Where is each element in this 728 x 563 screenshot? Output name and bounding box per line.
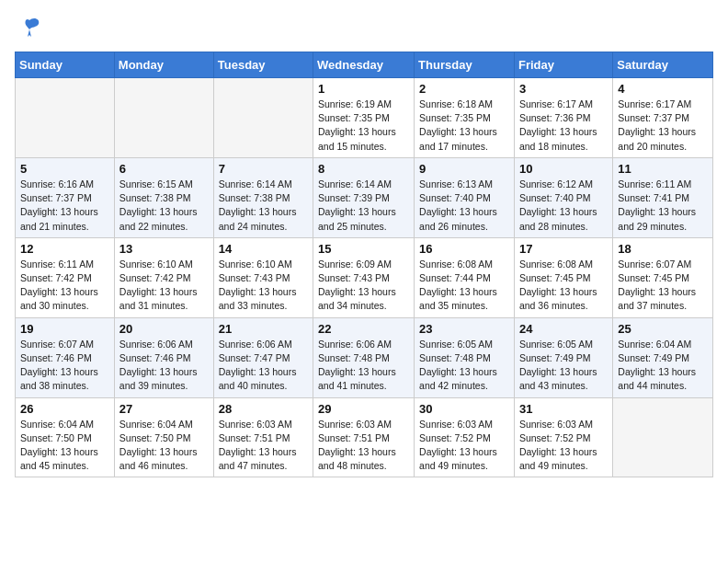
logo (15, 15, 42, 40)
day-number: 18 (618, 242, 708, 256)
day-info: Sunrise: 6:03 AM Sunset: 7:52 PM Dayligh… (519, 418, 608, 474)
calendar-cell: 18Sunrise: 6:07 AM Sunset: 7:45 PM Dayli… (613, 237, 713, 317)
day-number: 3 (519, 82, 608, 96)
calendar-cell: 9Sunrise: 6:13 AM Sunset: 7:40 PM Daylig… (415, 157, 515, 237)
day-number: 8 (318, 162, 409, 176)
day-info: Sunrise: 6:08 AM Sunset: 7:45 PM Dayligh… (519, 258, 608, 314)
calendar-cell: 24Sunrise: 6:05 AM Sunset: 7:49 PM Dayli… (514, 317, 612, 397)
day-info: Sunrise: 6:12 AM Sunset: 7:40 PM Dayligh… (519, 178, 608, 234)
calendar-cell: 22Sunrise: 6:06 AM Sunset: 7:48 PM Dayli… (313, 317, 415, 397)
calendar-cell: 14Sunrise: 6:10 AM Sunset: 7:43 PM Dayli… (213, 237, 313, 317)
calendar-header-row: SundayMondayTuesdayWednesdayThursdayFrid… (16, 52, 713, 78)
calendar-cell: 25Sunrise: 6:04 AM Sunset: 7:49 PM Dayli… (613, 317, 713, 397)
day-number: 27 (119, 402, 209, 416)
day-number: 16 (419, 242, 509, 256)
day-info: Sunrise: 6:10 AM Sunset: 7:42 PM Dayligh… (119, 258, 209, 314)
day-info: Sunrise: 6:14 AM Sunset: 7:38 PM Dayligh… (219, 178, 308, 234)
weekday-header: Friday (514, 52, 612, 78)
calendar-cell: 2Sunrise: 6:18 AM Sunset: 7:35 PM Daylig… (415, 78, 515, 158)
calendar-cell: 20Sunrise: 6:06 AM Sunset: 7:46 PM Dayli… (114, 317, 213, 397)
day-info: Sunrise: 6:19 AM Sunset: 7:35 PM Dayligh… (318, 98, 409, 154)
calendar-cell (114, 78, 213, 158)
day-info: Sunrise: 6:05 AM Sunset: 7:48 PM Dayligh… (419, 338, 509, 394)
calendar-cell: 5Sunrise: 6:16 AM Sunset: 7:37 PM Daylig… (16, 157, 115, 237)
day-info: Sunrise: 6:06 AM Sunset: 7:48 PM Dayligh… (318, 338, 409, 394)
calendar-week-row: 5Sunrise: 6:16 AM Sunset: 7:37 PM Daylig… (16, 157, 713, 237)
calendar-cell: 10Sunrise: 6:12 AM Sunset: 7:40 PM Dayli… (514, 157, 612, 237)
calendar-cell: 23Sunrise: 6:05 AM Sunset: 7:48 PM Dayli… (415, 317, 515, 397)
calendar-cell: 28Sunrise: 6:03 AM Sunset: 7:51 PM Dayli… (213, 397, 313, 477)
day-number: 26 (20, 402, 109, 416)
calendar-cell (213, 78, 313, 158)
calendar-cell: 7Sunrise: 6:14 AM Sunset: 7:38 PM Daylig… (213, 157, 313, 237)
day-number: 29 (318, 402, 409, 416)
day-number: 13 (119, 242, 209, 256)
day-info: Sunrise: 6:08 AM Sunset: 7:44 PM Dayligh… (419, 258, 509, 314)
day-info: Sunrise: 6:07 AM Sunset: 7:45 PM Dayligh… (618, 258, 708, 314)
day-info: Sunrise: 6:10 AM Sunset: 7:43 PM Dayligh… (219, 258, 308, 314)
weekday-header: Monday (114, 52, 213, 78)
calendar-cell: 1Sunrise: 6:19 AM Sunset: 7:35 PM Daylig… (313, 78, 415, 158)
calendar-cell: 12Sunrise: 6:11 AM Sunset: 7:42 PM Dayli… (16, 237, 115, 317)
day-number: 2 (419, 82, 509, 96)
day-number: 21 (219, 322, 308, 336)
day-number: 28 (219, 402, 308, 416)
day-info: Sunrise: 6:11 AM Sunset: 7:41 PM Dayligh… (618, 178, 708, 234)
calendar-cell: 21Sunrise: 6:06 AM Sunset: 7:47 PM Dayli… (213, 317, 313, 397)
day-number: 9 (419, 162, 509, 176)
day-number: 1 (318, 82, 409, 96)
day-number: 11 (618, 162, 708, 176)
day-number: 25 (618, 322, 708, 336)
calendar-cell: 30Sunrise: 6:03 AM Sunset: 7:52 PM Dayli… (415, 397, 515, 477)
day-number: 10 (519, 162, 608, 176)
weekday-header: Tuesday (213, 52, 313, 78)
day-number: 23 (419, 322, 509, 336)
calendar-week-row: 1Sunrise: 6:19 AM Sunset: 7:35 PM Daylig… (16, 78, 713, 158)
day-number: 24 (519, 322, 608, 336)
calendar-week-row: 12Sunrise: 6:11 AM Sunset: 7:42 PM Dayli… (16, 237, 713, 317)
calendar-cell: 8Sunrise: 6:14 AM Sunset: 7:39 PM Daylig… (313, 157, 415, 237)
calendar-week-row: 19Sunrise: 6:07 AM Sunset: 7:46 PM Dayli… (16, 317, 713, 397)
day-number: 5 (20, 162, 109, 176)
weekday-header: Sunday (16, 52, 115, 78)
day-number: 12 (20, 242, 109, 256)
day-info: Sunrise: 6:16 AM Sunset: 7:37 PM Dayligh… (20, 178, 109, 234)
calendar-cell: 27Sunrise: 6:04 AM Sunset: 7:50 PM Dayli… (114, 397, 213, 477)
page-header (15, 15, 713, 40)
calendar-cell: 6Sunrise: 6:15 AM Sunset: 7:38 PM Daylig… (114, 157, 213, 237)
day-info: Sunrise: 6:04 AM Sunset: 7:50 PM Dayligh… (119, 418, 209, 474)
weekday-header: Wednesday (313, 52, 415, 78)
calendar-cell: 19Sunrise: 6:07 AM Sunset: 7:46 PM Dayli… (16, 317, 115, 397)
day-number: 7 (219, 162, 308, 176)
day-info: Sunrise: 6:15 AM Sunset: 7:38 PM Dayligh… (119, 178, 209, 234)
calendar-cell (16, 78, 115, 158)
day-info: Sunrise: 6:14 AM Sunset: 7:39 PM Dayligh… (318, 178, 409, 234)
day-number: 4 (618, 82, 708, 96)
day-info: Sunrise: 6:09 AM Sunset: 7:43 PM Dayligh… (318, 258, 409, 314)
day-number: 17 (519, 242, 608, 256)
calendar-week-row: 26Sunrise: 6:04 AM Sunset: 7:50 PM Dayli… (16, 397, 713, 477)
weekday-header: Thursday (415, 52, 515, 78)
day-info: Sunrise: 6:06 AM Sunset: 7:47 PM Dayligh… (219, 338, 308, 394)
calendar-cell (613, 397, 713, 477)
calendar-cell: 11Sunrise: 6:11 AM Sunset: 7:41 PM Dayli… (613, 157, 713, 237)
day-number: 31 (519, 402, 608, 416)
calendar-cell: 17Sunrise: 6:08 AM Sunset: 7:45 PM Dayli… (514, 237, 612, 317)
day-info: Sunrise: 6:07 AM Sunset: 7:46 PM Dayligh… (20, 338, 109, 394)
day-info: Sunrise: 6:11 AM Sunset: 7:42 PM Dayligh… (20, 258, 109, 314)
weekday-header: Saturday (613, 52, 713, 78)
calendar-cell: 26Sunrise: 6:04 AM Sunset: 7:50 PM Dayli… (16, 397, 115, 477)
day-number: 19 (20, 322, 109, 336)
calendar-cell: 31Sunrise: 6:03 AM Sunset: 7:52 PM Dayli… (514, 397, 612, 477)
day-info: Sunrise: 6:18 AM Sunset: 7:35 PM Dayligh… (419, 98, 509, 154)
calendar-table: SundayMondayTuesdayWednesdayThursdayFrid… (15, 52, 713, 477)
day-info: Sunrise: 6:04 AM Sunset: 7:49 PM Dayligh… (618, 338, 708, 394)
day-info: Sunrise: 6:03 AM Sunset: 7:51 PM Dayligh… (219, 418, 308, 474)
day-info: Sunrise: 6:17 AM Sunset: 7:36 PM Dayligh… (519, 98, 608, 154)
calendar-cell: 4Sunrise: 6:17 AM Sunset: 7:37 PM Daylig… (613, 78, 713, 158)
day-info: Sunrise: 6:17 AM Sunset: 7:37 PM Dayligh… (618, 98, 708, 154)
calendar-cell: 29Sunrise: 6:03 AM Sunset: 7:51 PM Dayli… (313, 397, 415, 477)
day-number: 15 (318, 242, 409, 256)
day-info: Sunrise: 6:13 AM Sunset: 7:40 PM Dayligh… (419, 178, 509, 234)
calendar-cell: 15Sunrise: 6:09 AM Sunset: 7:43 PM Dayli… (313, 237, 415, 317)
